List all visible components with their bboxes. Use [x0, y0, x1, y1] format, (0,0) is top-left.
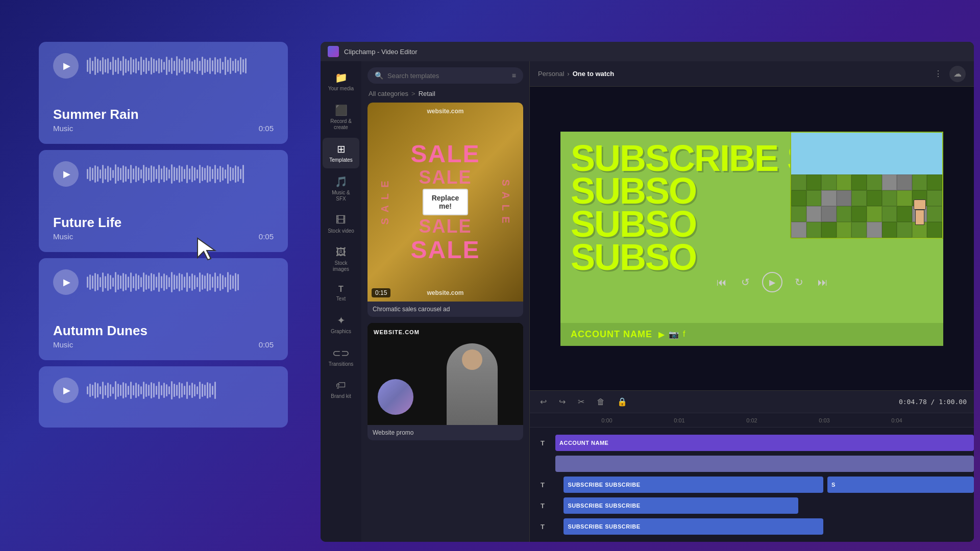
waveform-3: [87, 272, 274, 292]
breadcrumb-all-categories[interactable]: All categories: [369, 90, 408, 97]
sidebar-item-brand[interactable]: 🏷 Brand kit: [323, 374, 359, 405]
sidebar-item-music[interactable]: 🎵 Music & SFX: [323, 170, 359, 207]
pip-overlay: [790, 132, 943, 239]
template-thumb-2: WEBSITE.COM: [368, 323, 523, 425]
play-pause-button[interactable]: ▶: [762, 272, 782, 292]
editor-header: Personal › One to watch ⋮ ☁: [530, 61, 974, 87]
play-button-3[interactable]: ▶: [53, 269, 79, 295]
total-time: 1:00.00: [939, 398, 967, 406]
sidebar-item-record[interactable]: ⬛ Record & create: [323, 99, 359, 136]
record-icon: ⬛: [335, 104, 348, 116]
sidebar-item-transitions[interactable]: ⊂⊃ Transitions: [323, 342, 359, 372]
clip-media-1[interactable]: [555, 456, 974, 472]
lock-button[interactable]: 🔒: [614, 395, 630, 409]
timeline-track-5: T SUBSCRIBE SUBSCRIBE: [530, 517, 974, 536]
template-card-2[interactable]: WEBSITE.COM Website promo: [368, 323, 523, 440]
track-content-2[interactable]: [555, 456, 974, 472]
sidebar-label-record: Record & create: [327, 118, 355, 131]
timeline-track-4: T SUBSCRIBE SUBSCRIBE: [530, 496, 974, 515]
transitions-icon: ⊂⊃: [332, 347, 350, 359]
facebook-icon: f: [683, 330, 685, 339]
track-label-4: T: [530, 502, 555, 510]
play-icon: ▶: [63, 60, 70, 71]
redo-button[interactable]: ↪: [556, 395, 569, 409]
music-icon: 🎵: [335, 176, 348, 188]
track-label-1: T: [530, 439, 555, 447]
preview-content: SUBSCRIBE SU SUBSO SUBSO SUBSO ACCOUNT N…: [560, 132, 943, 346]
ruler-mark-0: 0:00: [571, 417, 643, 423]
title-bar: Clipchamp - Video Editor: [321, 42, 974, 61]
music-card-4[interactable]: ▶: [39, 366, 288, 428]
music-card-3[interactable]: ▶ Autumn Dunes Music 0:05: [39, 258, 288, 360]
window-title: Clipchamp - Video Editor: [344, 48, 418, 56]
clip-subscribe-2[interactable]: SUBSCRIBE SUBSCRIBE: [564, 497, 798, 514]
delete-button[interactable]: 🗑: [594, 395, 608, 409]
track-content-3[interactable]: SUBSCRIBE SUBSCRIBE S: [555, 477, 974, 493]
music-duration-1: 0:05: [259, 124, 274, 133]
subscribe-bottom-bar: ACCOUNT NAME ▶ 📷 f: [560, 323, 943, 346]
track-content-5[interactable]: SUBSCRIBE SUBSCRIBE: [555, 518, 974, 535]
search-bar[interactable]: 🔍 ≡: [368, 67, 523, 84]
play-button-4[interactable]: ▶: [53, 378, 79, 403]
sidebar-item-your-media[interactable]: 📁 Your media: [323, 66, 359, 97]
timeline-tracks: T ACCOUNT NAME: [530, 428, 974, 542]
music-card-1[interactable]: ▶ Summer Rain Music 0:05: [39, 42, 288, 144]
video-preview: ‹ SUBSCRIBE SU SUBSO SUBSO SUBSO: [530, 87, 974, 390]
graphics-icon: ✦: [337, 314, 346, 327]
cloud-sync-button[interactable]: ☁: [949, 66, 966, 82]
music-duration-3: 0:05: [259, 340, 274, 349]
brand-icon: 🏷: [336, 380, 346, 391]
music-duration-2: 0:05: [259, 232, 274, 241]
timeline-track-3: T SUBSCRIBE SUBSCRIBE S: [530, 475, 974, 494]
forward-5s-button[interactable]: ↻: [793, 274, 805, 290]
clip-subscribe-s1[interactable]: S: [827, 477, 974, 493]
templates-icon: ⊞: [337, 143, 346, 155]
undo-button[interactable]: ↩: [537, 395, 550, 409]
sidebar-label-templates: Templates: [329, 157, 353, 163]
ruler-mark-4: 0:04: [861, 417, 933, 423]
sidebar-label-text: Text: [336, 296, 346, 302]
templates-panel: 🔍 ≡ All categories > Retail SALE: [361, 61, 530, 542]
track-content-4[interactable]: SUBSCRIBE SUBSCRIBE: [555, 497, 974, 514]
cut-button[interactable]: ✂: [575, 395, 587, 409]
sidebar-item-templates[interactable]: ⊞ Templates: [323, 138, 359, 168]
sidebar-label-transitions: Transitions: [329, 361, 354, 367]
ruler-mark-2: 0:02: [716, 417, 788, 423]
play-button-2[interactable]: ▶: [53, 161, 79, 187]
play-button-1[interactable]: ▶: [53, 53, 79, 79]
template-card-1[interactable]: SALE SALE Replaceme! SALE SALE website.c…: [368, 103, 523, 317]
music-card-2[interactable]: ▶ Future Life Music 0:05: [39, 150, 288, 252]
sidebar-item-stock-video[interactable]: 🎞 Stock video: [323, 209, 359, 239]
editor-breadcrumb: Personal › One to watch: [538, 70, 614, 78]
timeline-time-display: 0:04.78 / 1:00.00: [899, 398, 967, 406]
clip-account-name[interactable]: ACCOUNT NAME: [555, 435, 974, 451]
search-input[interactable]: [387, 72, 508, 80]
editor-panel: Personal › One to watch ⋮ ☁ ‹: [530, 61, 974, 542]
sidebar-item-graphics[interactable]: ✦ Graphics: [323, 309, 359, 340]
clip-subscribe-3[interactable]: SUBSCRIBE SUBSCRIBE: [564, 518, 823, 535]
sidebar-item-text[interactable]: T Text: [323, 280, 359, 307]
timeline-section: ↩ ↪ ✂ 🗑 🔒 0:04.78 / 1:00.00 0:00 0:01 0:: [530, 390, 974, 542]
more-options-button[interactable]: ⋮: [932, 67, 944, 81]
play-icon-2: ▶: [63, 168, 70, 180]
track-label-5: T: [530, 523, 555, 531]
waveform-4: [87, 380, 274, 400]
breadcrumb-current: Retail: [419, 90, 435, 97]
project-name: One to watch: [573, 70, 615, 78]
waveform-1: [87, 56, 274, 76]
sidebar-item-stock-images[interactable]: 🖼 Stock images: [323, 241, 359, 278]
skip-forward-button[interactable]: ⏭: [816, 274, 830, 290]
filter-icon[interactable]: ≡: [512, 71, 516, 80]
music-title-2: Future Life: [53, 215, 121, 231]
breadcrumb-personal[interactable]: Personal: [538, 70, 564, 78]
track-content-1[interactable]: ACCOUNT NAME: [555, 435, 974, 451]
sidebar-label-brand: Brand kit: [331, 393, 351, 399]
clipchamp-window: Clipchamp - Video Editor 📁 Your media ⬛ …: [321, 42, 974, 542]
sidebar-label-stock-images: Stock images: [327, 260, 355, 272]
rewind-5s-button[interactable]: ↺: [739, 274, 752, 290]
timeline-track-1: T ACCOUNT NAME: [530, 433, 974, 453]
music-title-1: Summer Rain: [53, 107, 139, 122]
skip-back-button[interactable]: ⏮: [715, 274, 729, 290]
clip-subscribe-1[interactable]: SUBSCRIBE SUBSCRIBE: [564, 477, 823, 493]
template-name-1: Chromatic sales carousel ad: [368, 302, 523, 317]
